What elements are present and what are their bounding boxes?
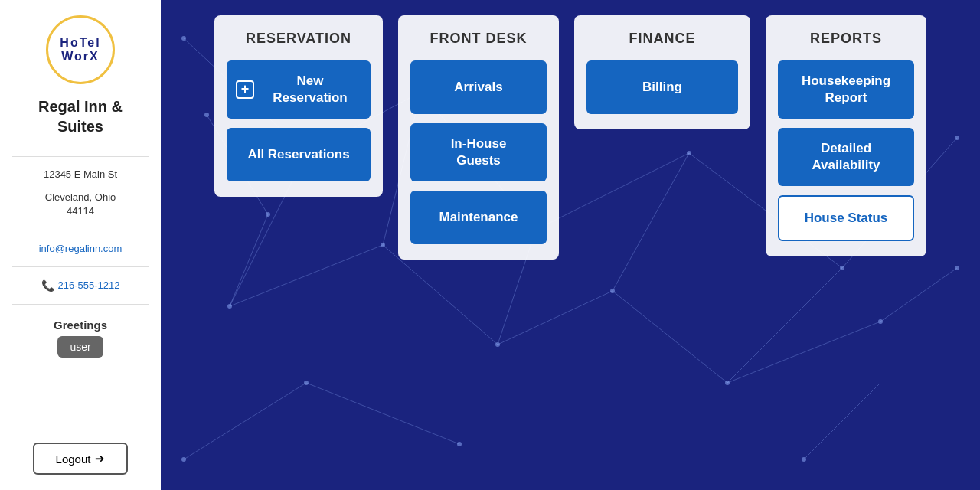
maintenance-label: Maintenance [439,209,518,226]
in-house-guests-label: In-House Guests [451,136,507,169]
reports-title: REPORTS [778,31,914,47]
new-reservation-label: New Reservation [259,73,361,106]
logout-icon: ➔ [95,452,105,466]
divider-2 [12,230,149,230]
reports-card: REPORTS Housekeeping Report Detailed Ava… [766,15,926,256]
billing-label: Billing [642,79,682,96]
logo-line1: HoTel [60,36,100,50]
arrivals-button[interactable]: Arrivals [410,60,547,114]
phone-row: 📞 216-555-1212 [41,279,120,292]
frontdesk-card: FRONT DESK Arrivals In-House Guests Main… [398,15,559,260]
plus-icon: + [236,80,254,99]
reservation-card: RESERVATION + New Reservation All Reserv… [214,15,383,197]
housekeeping-report-button[interactable]: Housekeeping Report [778,60,914,119]
divider-4 [12,304,149,305]
main-content: RESERVATION + New Reservation All Reserv… [161,0,980,490]
email-link[interactable]: info@regalinn.com [39,243,122,254]
divider-3 [12,266,149,267]
house-status-label: House Status [805,211,888,226]
phone-link[interactable]: 216-555-1212 [58,279,120,291]
user-badge: user [57,336,103,358]
logo-line2: WorX [60,50,100,64]
arrivals-label: Arrivals [454,79,502,96]
all-reservations-button[interactable]: All Reservations [227,128,371,181]
hotel-name: Regal Inn & Suites [38,96,122,136]
maintenance-button[interactable]: Maintenance [410,191,547,244]
reservation-title: RESERVATION [227,31,371,47]
sidebar: HoTel WorX Regal Inn & Suites 12345 E Ma… [0,0,161,490]
in-house-guests-button[interactable]: In-House Guests [410,123,547,181]
billing-button[interactable]: Billing [586,60,738,114]
frontdesk-title: FRONT DESK [410,31,547,47]
house-status-button[interactable]: House Status [778,195,914,241]
detailed-availability-button[interactable]: Detailed Availability [778,128,914,186]
detailed-availability-label: Detailed Availability [812,140,880,174]
greetings-label: Greetings [54,318,107,332]
logout-label: Logout [56,452,91,466]
finance-card: FINANCE Billing [574,15,750,129]
logo: HoTel WorX [46,15,115,84]
logout-button[interactable]: Logout ➔ [33,443,129,475]
housekeeping-report-label: Housekeeping Report [802,73,890,106]
address-line2: Cleveland, Ohio 44114 [45,191,116,218]
address-line1: 12345 E Main St [44,168,117,181]
all-reservations-label: All Reservations [247,146,349,163]
new-reservation-button[interactable]: + New Reservation [227,60,371,119]
phone-icon: 📞 [41,279,54,292]
divider-1 [12,156,149,157]
finance-title: FINANCE [586,31,738,47]
